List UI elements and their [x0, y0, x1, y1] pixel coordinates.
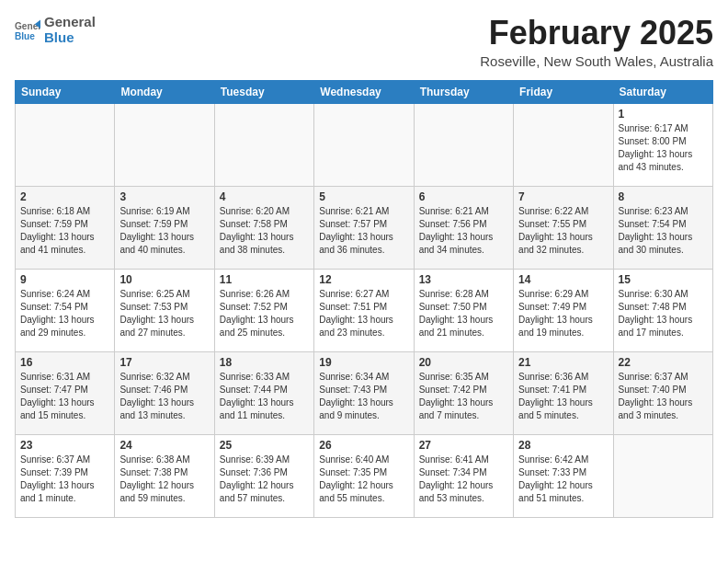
- day-info: Sunrise: 6:19 AM Sunset: 7:59 PM Dayligh…: [119, 205, 209, 257]
- title-area: February 2025 Roseville, New South Wales…: [480, 15, 713, 69]
- day-info: Sunrise: 6:30 AM Sunset: 7:48 PM Dayligh…: [619, 288, 708, 339]
- day-info: Sunrise: 6:22 AM Sunset: 7:55 PM Dayligh…: [518, 205, 608, 257]
- day-number: 19: [319, 356, 408, 369]
- day-number: 10: [119, 273, 209, 286]
- calendar-cell: 23Sunrise: 6:37 AM Sunset: 7:39 PM Dayli…: [16, 434, 115, 517]
- calendar-cell: 14Sunrise: 6:29 AM Sunset: 7:49 PM Dayli…: [514, 269, 613, 351]
- calendar-cell: 1Sunrise: 6:17 AM Sunset: 8:00 PM Daylig…: [613, 103, 712, 186]
- day-info: Sunrise: 6:35 AM Sunset: 7:42 PM Dayligh…: [419, 371, 508, 422]
- day-number: 7: [518, 190, 608, 203]
- weekday-header-sunday: Sunday: [16, 80, 115, 103]
- calendar-cell: 25Sunrise: 6:39 AM Sunset: 7:36 PM Dayli…: [214, 434, 313, 517]
- calendar-cell: 27Sunrise: 6:41 AM Sunset: 7:34 PM Dayli…: [414, 434, 513, 517]
- day-number: 25: [220, 439, 309, 452]
- calendar-cell: 28Sunrise: 6:42 AM Sunset: 7:33 PM Dayli…: [514, 434, 613, 517]
- day-info: Sunrise: 6:29 AM Sunset: 7:49 PM Dayligh…: [518, 288, 608, 339]
- day-number: 21: [518, 356, 608, 369]
- calendar-subtitle: Roseville, New South Wales, Australia: [480, 53, 713, 69]
- calendar-cell: 7Sunrise: 6:22 AM Sunset: 7:55 PM Daylig…: [514, 186, 613, 269]
- calendar-cell: [16, 103, 115, 186]
- calendar-table: SundayMondayTuesdayWednesdayThursdayFrid…: [15, 80, 713, 518]
- weekday-header-wednesday: Wednesday: [314, 80, 414, 103]
- day-number: 17: [119, 356, 209, 369]
- day-number: 27: [419, 439, 508, 452]
- day-info: Sunrise: 6:41 AM Sunset: 7:34 PM Dayligh…: [419, 454, 508, 505]
- day-number: 1: [619, 108, 708, 121]
- calendar-cell: [613, 434, 712, 517]
- day-number: 6: [419, 190, 508, 203]
- calendar-cell: [414, 103, 513, 186]
- day-number: 18: [220, 356, 309, 369]
- calendar-cell: [314, 103, 414, 186]
- calendar-cell: 17Sunrise: 6:32 AM Sunset: 7:46 PM Dayli…: [115, 351, 214, 434]
- day-info: Sunrise: 6:39 AM Sunset: 7:36 PM Dayligh…: [220, 454, 309, 505]
- calendar-title: February 2025: [480, 15, 713, 52]
- day-info: Sunrise: 6:31 AM Sunset: 7:47 PM Dayligh…: [20, 371, 109, 422]
- day-info: Sunrise: 6:24 AM Sunset: 7:54 PM Dayligh…: [20, 288, 109, 339]
- day-info: Sunrise: 6:40 AM Sunset: 7:35 PM Dayligh…: [319, 454, 408, 505]
- day-info: Sunrise: 6:32 AM Sunset: 7:46 PM Dayligh…: [119, 371, 209, 422]
- day-number: 13: [419, 273, 508, 286]
- day-info: Sunrise: 6:33 AM Sunset: 7:44 PM Dayligh…: [220, 371, 309, 422]
- day-info: Sunrise: 6:21 AM Sunset: 7:57 PM Dayligh…: [319, 205, 408, 257]
- day-info: Sunrise: 6:37 AM Sunset: 7:40 PM Dayligh…: [619, 371, 708, 422]
- day-number: 11: [220, 273, 309, 286]
- calendar-cell: [115, 103, 214, 186]
- day-number: 20: [419, 356, 508, 369]
- header: General Blue General Blue February 2025 …: [15, 15, 713, 69]
- calendar-cell: 5Sunrise: 6:21 AM Sunset: 7:57 PM Daylig…: [314, 186, 414, 269]
- day-number: 2: [20, 190, 109, 203]
- day-number: 4: [220, 190, 309, 203]
- day-info: Sunrise: 6:42 AM Sunset: 7:33 PM Dayligh…: [518, 454, 608, 505]
- day-number: 15: [619, 273, 708, 286]
- day-info: Sunrise: 6:25 AM Sunset: 7:53 PM Dayligh…: [119, 288, 209, 339]
- day-info: Sunrise: 6:21 AM Sunset: 7:56 PM Dayligh…: [419, 205, 508, 257]
- calendar-cell: 2Sunrise: 6:18 AM Sunset: 7:59 PM Daylig…: [16, 186, 115, 269]
- calendar-cell: 9Sunrise: 6:24 AM Sunset: 7:54 PM Daylig…: [16, 269, 115, 351]
- calendar-cell: 4Sunrise: 6:20 AM Sunset: 7:58 PM Daylig…: [214, 186, 313, 269]
- calendar-cell: 13Sunrise: 6:28 AM Sunset: 7:50 PM Dayli…: [414, 269, 513, 351]
- calendar-cell: 18Sunrise: 6:33 AM Sunset: 7:44 PM Dayli…: [214, 351, 313, 434]
- calendar-cell: 15Sunrise: 6:30 AM Sunset: 7:48 PM Dayli…: [613, 269, 712, 351]
- weekday-header-tuesday: Tuesday: [214, 80, 313, 103]
- day-info: Sunrise: 6:36 AM Sunset: 7:41 PM Dayligh…: [518, 371, 608, 422]
- day-info: Sunrise: 6:28 AM Sunset: 7:50 PM Dayligh…: [419, 288, 508, 339]
- calendar-cell: 8Sunrise: 6:23 AM Sunset: 7:54 PM Daylig…: [613, 186, 712, 269]
- day-number: 9: [20, 273, 109, 286]
- day-info: Sunrise: 6:17 AM Sunset: 8:00 PM Dayligh…: [619, 122, 708, 174]
- calendar-cell: 21Sunrise: 6:36 AM Sunset: 7:41 PM Dayli…: [514, 351, 613, 434]
- weekday-header-thursday: Thursday: [414, 80, 513, 103]
- day-number: 3: [119, 190, 209, 203]
- calendar-cell: 22Sunrise: 6:37 AM Sunset: 7:40 PM Dayli…: [613, 351, 712, 434]
- calendar-cell: 26Sunrise: 6:40 AM Sunset: 7:35 PM Dayli…: [314, 434, 414, 517]
- day-info: Sunrise: 6:38 AM Sunset: 7:38 PM Dayligh…: [119, 454, 209, 505]
- day-info: Sunrise: 6:26 AM Sunset: 7:52 PM Dayligh…: [220, 288, 309, 339]
- day-number: 16: [20, 356, 109, 369]
- calendar-cell: 19Sunrise: 6:34 AM Sunset: 7:43 PM Dayli…: [314, 351, 414, 434]
- day-info: Sunrise: 6:18 AM Sunset: 7:59 PM Dayligh…: [20, 205, 109, 257]
- logo-icon: General Blue: [15, 18, 40, 44]
- day-number: 5: [319, 190, 408, 203]
- calendar-cell: 3Sunrise: 6:19 AM Sunset: 7:59 PM Daylig…: [115, 186, 214, 269]
- weekday-header-saturday: Saturday: [613, 80, 712, 103]
- calendar-cell: 6Sunrise: 6:21 AM Sunset: 7:56 PM Daylig…: [414, 186, 513, 269]
- calendar-cell: 12Sunrise: 6:27 AM Sunset: 7:51 PM Dayli…: [314, 269, 414, 351]
- day-number: 22: [619, 356, 708, 369]
- calendar-cell: [214, 103, 313, 186]
- day-number: 28: [518, 439, 608, 452]
- calendar-cell: 11Sunrise: 6:26 AM Sunset: 7:52 PM Dayli…: [214, 269, 313, 351]
- calendar-cell: 20Sunrise: 6:35 AM Sunset: 7:42 PM Dayli…: [414, 351, 513, 434]
- day-info: Sunrise: 6:23 AM Sunset: 7:54 PM Dayligh…: [619, 205, 708, 257]
- weekday-header-friday: Friday: [514, 80, 613, 103]
- weekday-header-monday: Monday: [115, 80, 214, 103]
- logo: General Blue General Blue: [15, 15, 96, 45]
- day-number: 24: [119, 439, 209, 452]
- day-number: 26: [319, 439, 408, 452]
- logo-blue: Blue: [44, 30, 96, 46]
- calendar-cell: 16Sunrise: 6:31 AM Sunset: 7:47 PM Dayli…: [16, 351, 115, 434]
- day-number: 12: [319, 273, 408, 286]
- calendar-cell: 10Sunrise: 6:25 AM Sunset: 7:53 PM Dayli…: [115, 269, 214, 351]
- day-number: 14: [518, 273, 608, 286]
- day-info: Sunrise: 6:27 AM Sunset: 7:51 PM Dayligh…: [319, 288, 408, 339]
- day-number: 23: [20, 439, 109, 452]
